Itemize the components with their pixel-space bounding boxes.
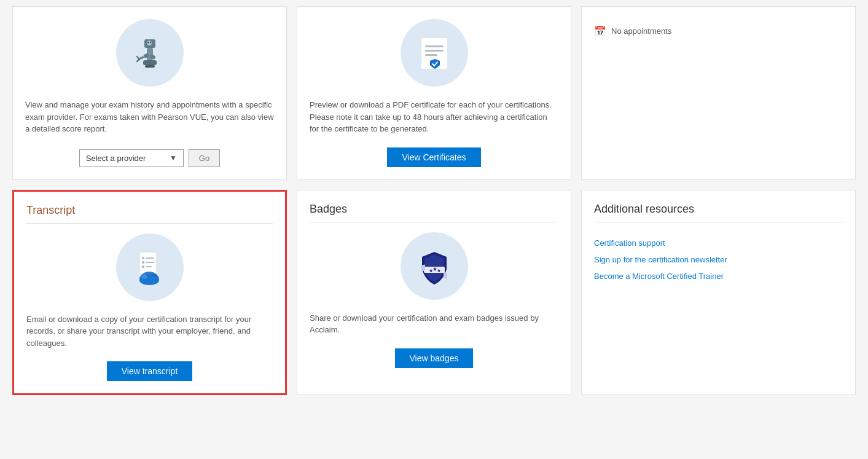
certification-support-link[interactable]: Certification support [594,238,843,248]
svg-point-5 [147,41,149,42]
badges-card: Badges ★ ★ ★ Share or downlo [297,190,571,396]
svg-rect-22 [146,257,154,259]
svg-rect-15 [425,50,444,52]
appointments-card: 📅 No appointments [581,6,856,180]
svg-rect-25 [142,265,144,268]
certificates-description: Preview or download a PDF certificate fo… [310,99,558,135]
svg-rect-26 [146,266,152,267]
svg-text:★: ★ [437,268,441,273]
transcript-description: Email or download a copy of your certifi… [26,313,273,350]
badges-divider [310,222,558,222]
certificate-icon [414,33,454,73]
no-appointments-label: No appointments [611,26,671,36]
certificates-card: Preview or download a PDF certificate fo… [297,6,571,180]
svg-point-4 [147,41,152,45]
bottom-grid: Transcript [12,190,856,396]
additional-resources-card: Additional resources Certification suppo… [581,190,856,396]
svg-rect-21 [142,257,144,259]
svg-rect-24 [146,262,154,263]
badges-icon-circle: ★ ★ ★ [401,232,468,300]
robot-icon [130,33,170,73]
calendar-icon: 📅 [594,25,606,37]
exam-history-description: View and manage your exam history and ap… [25,99,274,135]
badges-title: Badges [310,203,347,216]
chevron-down-icon: ▼ [170,154,177,162]
transcript-title: Transcript [26,204,75,217]
certificates-icon-circle [401,19,468,87]
svg-rect-23 [142,261,144,264]
svg-rect-14 [425,45,444,47]
exam-history-card: View and manage your exam history and ap… [12,6,287,180]
transcript-icon-circle [116,233,184,301]
provider-select-label: Select a provider [86,154,146,163]
additional-resources-divider [594,222,843,222]
page-container: View and manage your exam history and ap… [0,0,868,459]
provider-select-dropdown[interactable]: Select a provider ▼ [79,149,184,167]
top-grid: View and manage your exam history and ap… [12,6,856,180]
svg-point-31 [141,274,147,279]
svg-rect-8 [145,65,155,68]
exam-history-icon-circle [116,19,184,87]
badges-description: Share or download your certification and… [310,312,558,336]
view-transcript-button[interactable]: View transcript [107,361,193,381]
svg-rect-33 [421,264,425,271]
transcript-icon [128,246,171,289]
transcript-divider [26,223,273,224]
badge-icon: ★ ★ ★ [413,245,456,288]
additional-links-list: Certification support Sign up for the ce… [594,238,843,281]
view-badges-button[interactable]: View badges [395,348,474,368]
view-certificates-button[interactable]: View Certificates [387,147,480,167]
additional-resources-title: Additional resources [594,203,843,216]
transcript-card: Transcript [12,190,287,396]
svg-line-11 [137,59,139,61]
svg-rect-16 [425,54,437,56]
provider-select-row: Select a provider ▼ Go [79,149,220,167]
svg-point-6 [150,41,151,42]
newsletter-signup-link[interactable]: Sign up for the certification newsletter [594,255,843,264]
certified-trainer-link[interactable]: Become a Microsoft Certified Trainer [594,272,843,281]
go-button[interactable]: Go [189,149,220,167]
no-appointments-area: 📅 No appointments [594,25,671,37]
svg-rect-7 [143,60,157,65]
svg-rect-34 [444,272,447,278]
